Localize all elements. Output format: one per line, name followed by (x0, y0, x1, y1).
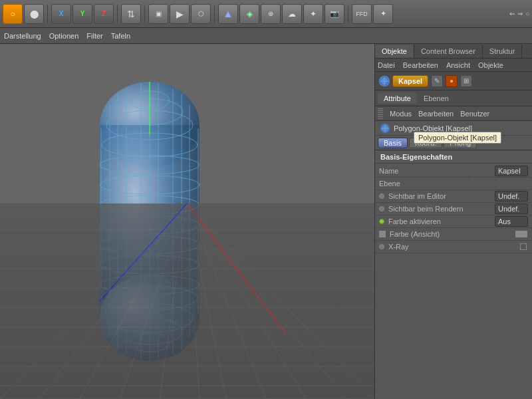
separator-3 (144, 5, 145, 23)
prop-row-farbe-ansicht: Farbe (Ansicht) . . . . (375, 228, 532, 241)
prop-label-xray: X-Ray (379, 243, 466, 251)
tab-attribute[interactable]: Attribute (378, 92, 417, 104)
prop-label-sichtbar-render: Sichtbar beim Rendern (379, 205, 466, 213)
prop-value-sichtbar-editor[interactable]: Undef. (495, 191, 528, 201)
attr-grip (378, 108, 383, 119)
prop-label-sichtbar-editor: Sichtbar im Editor (379, 192, 466, 200)
menu-darstellung[interactable]: Darstellung (4, 32, 41, 40)
bones-button[interactable]: ✦ (373, 4, 393, 24)
camera-button[interactable]: 📷 (325, 4, 344, 24)
svg-rect-30 (0, 203, 374, 399)
menu-filter[interactable]: Filter (86, 32, 102, 40)
render-view-button[interactable]: ▶ (170, 4, 190, 24)
menu-optionen[interactable]: Optionen (49, 32, 79, 40)
sub-tab-basis[interactable]: Basis (378, 138, 408, 148)
prop-row-ebene: Ebene . . . . . . . . . . . . (375, 178, 532, 190)
menu-datei[interactable]: Datei (378, 61, 395, 69)
prop-row-name: Name . . . . . . . . . . . . Kapsel (375, 165, 532, 178)
panel-tabs: Objekte Content Browser Struktur (375, 44, 532, 59)
separator-1 (47, 5, 48, 23)
prop-row-xray: X-Ray . . . . . . . . . . (375, 241, 532, 253)
object-action-2[interactable]: ● (446, 75, 458, 87)
tab-content-browser[interactable]: Content Browser (414, 45, 483, 58)
3d-viewport[interactable] (0, 44, 374, 399)
prop-dots-ebene: . . . . . . . . . . . . (466, 174, 495, 194)
mode-button-2[interactable]: ⬤ (24, 4, 44, 24)
viewport-nav-3[interactable]: ○ (525, 10, 529, 17)
attr-menu-bearbeiten[interactable]: Bearbeiten (418, 110, 454, 118)
grid-floor (0, 203, 374, 399)
prop-label-farbe-ansicht: Farbe (Ansicht) (379, 230, 466, 238)
prop-label-name: Name (379, 167, 466, 175)
primitive-button[interactable]: ▲ (218, 4, 238, 24)
prop-row-sichtbar-editor: Sichtbar im Editor . . . . . Undef. (375, 190, 532, 203)
prop-label-ebene: Ebene (379, 180, 466, 188)
prop-label-farbe-akt: Farbe aktivieren (379, 217, 466, 225)
mode-button-1[interactable]: ○ (3, 4, 23, 24)
object-action-3[interactable]: ⊞ (460, 75, 472, 87)
separator-2 (117, 5, 118, 23)
xray-checkbox[interactable] (520, 243, 527, 250)
viewport-nav-2[interactable]: ⇒ (517, 10, 523, 17)
prop-dots-farbe-akt: . . . . . (466, 218, 495, 225)
attr-menu-modus[interactable]: Modus (390, 110, 412, 118)
render-all-button[interactable]: ⬡ (191, 4, 211, 24)
poly-icon (380, 124, 390, 133)
attr-tabs: Attribute Ebenen (375, 90, 532, 106)
menu-bearbeiten[interactable]: Bearbeiten (403, 61, 438, 69)
ffd-button[interactable]: FFD (352, 4, 372, 24)
attr-menu: Modus Bearbeiten Benutzer (375, 106, 532, 121)
polygon-object-text: Polygon-Objekt [Kapsel] (394, 124, 472, 132)
tab-objekte[interactable]: Objekte (375, 45, 414, 58)
menu-bar: Darstellung Optionen Filter Tafeln (0, 28, 532, 44)
xray-circle (379, 244, 384, 249)
main-toolbar: ○ ⬤ X Y Z ⇅ ▣ ▶ ⬡ ▲ ◈ ⊕ ☁ ✦ 📷 FFD ✦ ⇐ ⇒ … (0, 0, 532, 28)
sichtbar-render-circle (379, 206, 384, 211)
tab-struktur[interactable]: Struktur (483, 45, 523, 58)
prop-value-sichtbar-render[interactable]: Undef. (495, 203, 528, 214)
kapsel-button[interactable]: Kapsel (392, 75, 428, 87)
y-axis-button[interactable]: Y (72, 4, 92, 24)
prop-value-farbe-akt[interactable]: Aus (495, 216, 528, 227)
object-bar: Kapsel ✎ ● ⊞ Polygon-Objekt [Kapsel] (375, 72, 532, 90)
separator-4 (214, 5, 215, 23)
basis-eigenschaften-label: Basis-Eigenschaften (380, 153, 452, 161)
objects-menu-bar: Datei Bearbeiten Ansicht Objekte (375, 59, 532, 72)
main-area: Objekte Content Browser Struktur Datei B… (0, 44, 532, 399)
environment-button[interactable]: ☁ (282, 4, 302, 24)
right-panel: Objekte Content Browser Struktur Datei B… (374, 44, 532, 399)
object-icon (379, 76, 390, 86)
prop-dots-xray: . . . . . . . . . . (466, 240, 517, 253)
menu-ansicht[interactable]: Ansicht (446, 61, 470, 69)
prop-row-sichtbar-render: Sichtbar beim Rendern . . . . Undef. (375, 203, 532, 215)
z-axis-button[interactable]: Z (94, 4, 114, 24)
deformer-button[interactable]: ⊕ (261, 4, 281, 24)
farbe-ansicht-checkbox[interactable] (379, 231, 386, 237)
light-button[interactable]: ✦ (303, 4, 323, 24)
farbe-akt-circle (379, 219, 384, 224)
object-action-1[interactable]: ✎ (431, 75, 443, 87)
attr-menu-benutzer[interactable]: Benutzer (460, 110, 489, 118)
render-region-button[interactable]: ▣ (148, 4, 168, 24)
separator-5 (348, 5, 348, 23)
viewport-nav-1[interactable]: ⇐ (509, 10, 515, 17)
menu-tafeln[interactable]: Tafeln (111, 32, 130, 40)
prop-value-name[interactable]: Kapsel (495, 166, 528, 176)
x-axis-button[interactable]: X (51, 4, 71, 24)
tab-ebenen[interactable]: Ebenen (418, 93, 454, 104)
nurbs-button[interactable]: ◈ (239, 4, 259, 24)
prop-row-farbe-akt: Farbe aktivieren . . . . . Aus (375, 215, 532, 228)
farbe-ansicht-swatch[interactable] (515, 230, 528, 238)
prop-dots-sichtbar-editor: . . . . . (466, 193, 495, 200)
prop-dots-farbe-ansicht: . . . . (466, 231, 512, 237)
menu-objekte[interactable]: Objekte (478, 61, 503, 69)
properties-table: Name . . . . . . . . . . . . Kapsel Eben… (375, 164, 532, 399)
prop-dots-sichtbar-render: . . . . (466, 205, 495, 212)
move-tool-button[interactable]: ⇅ (121, 4, 141, 24)
properties-header: Basis-Eigenschaften (375, 150, 532, 164)
tooltip: Polygon-Objekt [Kapsel] (414, 132, 501, 144)
sichtbar-editor-circle (379, 194, 384, 199)
